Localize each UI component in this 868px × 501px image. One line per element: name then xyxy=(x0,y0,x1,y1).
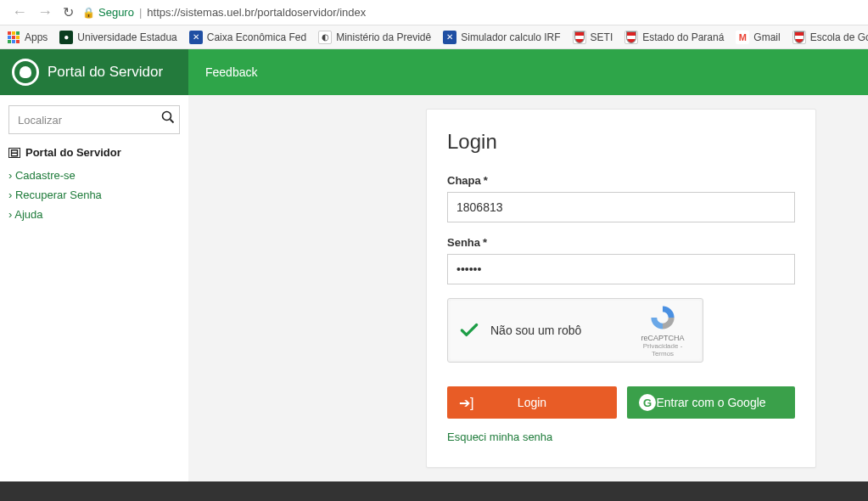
search-icon[interactable] xyxy=(161,110,175,127)
feedback-link[interactable]: Feedback xyxy=(205,65,257,79)
reload-icon[interactable]: ↻ xyxy=(58,4,82,20)
main-content: Login Chapa* Senha* Não sou um robô xyxy=(188,95,868,481)
sidebar-heading-label: Portal do Servidor xyxy=(25,146,121,159)
bookmark-item[interactable]: ● Universidade Estadua xyxy=(59,31,176,44)
brand-area[interactable]: Portal do Servidor xyxy=(0,49,188,95)
bookmark-icon: ◐ xyxy=(318,31,332,44)
browser-address-bar: ← → ↻ 🔒 Seguro | https://sistemas.uel.br… xyxy=(0,0,868,25)
login-card: Login Chapa* Senha* Não sou um robô xyxy=(426,109,816,468)
bookmark-label: Universidade Estadua xyxy=(77,31,176,43)
recaptcha-terms[interactable]: Privacidade - Termos xyxy=(633,342,692,357)
recaptcha-widget[interactable]: Não sou um robô reCAPTCHA Privacidade - … xyxy=(447,298,703,363)
secure-label: Seguro xyxy=(98,6,134,19)
collapse-icon: ⊟ xyxy=(8,148,20,158)
forward-icon[interactable]: → xyxy=(32,3,58,21)
sidebar-heading[interactable]: ⊟ Portal do Servidor xyxy=(8,146,180,159)
forgot-password-link[interactable]: Esqueci minha senha xyxy=(447,431,795,443)
lock-icon: 🔒 xyxy=(82,7,95,19)
senha-label: Senha* xyxy=(447,236,795,249)
login-button-label: Login xyxy=(518,396,546,409)
bookmark-item[interactable]: Escola de Governo xyxy=(792,31,868,44)
recaptcha-label: Não sou um robô xyxy=(490,324,633,337)
back-icon[interactable]: ← xyxy=(7,3,32,21)
recaptcha-brand: reCAPTCHA xyxy=(633,334,692,342)
bookmark-icon xyxy=(573,31,586,44)
search-input[interactable] xyxy=(8,105,180,134)
topbar: Portal do Servidor Feedback xyxy=(0,49,868,95)
bookmark-label: Ministério da Previdê xyxy=(336,31,431,43)
recaptcha-check-icon xyxy=(458,319,480,341)
bookmark-label: Gmail xyxy=(753,31,780,43)
footer-strip xyxy=(0,481,868,501)
bookmark-icon xyxy=(792,31,806,44)
bookmark-icon: ✕ xyxy=(443,31,456,44)
topbar-right: Feedback xyxy=(188,49,868,95)
bookmark-item[interactable]: ◐ Ministério da Previdê xyxy=(318,31,431,44)
bookmark-item[interactable]: Estado do Paraná xyxy=(624,31,724,44)
bookmark-label: Estado do Paraná xyxy=(642,31,724,43)
google-login-button[interactable]: G Entrar com o Google xyxy=(627,386,795,419)
url-text: https://sistemas.uel.br/portaldoservidor… xyxy=(147,6,366,19)
google-icon: G xyxy=(639,394,656,411)
bookmark-item[interactable]: ✕ Caixa Econômica Fed xyxy=(189,31,306,44)
recaptcha-logo-icon xyxy=(648,303,677,332)
bookmark-label: Apps xyxy=(25,31,48,43)
sidebar-link-ajuda[interactable]: Ajuda xyxy=(8,208,180,221)
url-divider: | xyxy=(139,6,142,19)
sidebar-link-cadastre[interactable]: Cadastre-se xyxy=(8,169,180,182)
bookmark-item[interactable]: SETI xyxy=(573,31,613,44)
login-arrow-icon: ➔] xyxy=(459,395,473,411)
bookmark-label: Simulador calculo IRF xyxy=(461,31,560,43)
bookmark-label: Escola de Governo xyxy=(810,31,868,43)
bookmark-icon: ● xyxy=(59,31,73,44)
svg-point-0 xyxy=(163,112,171,121)
bookmark-item[interactable]: M Gmail xyxy=(736,31,780,44)
senha-input[interactable] xyxy=(447,254,795,284)
bookmark-bar: Apps ● Universidade Estadua ✕ Caixa Econ… xyxy=(0,25,868,49)
bookmark-icon: ✕ xyxy=(189,31,203,44)
chapa-label: Chapa* xyxy=(447,174,795,187)
bookmark-item[interactable]: ✕ Simulador calculo IRF xyxy=(443,31,560,44)
bookmark-label: Caixa Econômica Fed xyxy=(207,31,306,43)
login-button[interactable]: ➔] Login xyxy=(447,386,617,419)
google-button-label: Entrar com o Google xyxy=(656,396,765,409)
chapa-input[interactable] xyxy=(447,192,795,222)
url-field[interactable]: 🔒 Seguro | https://sistemas.uel.br/porta… xyxy=(82,3,861,22)
brand-logo-icon xyxy=(12,59,39,86)
sidebar-link-recuperar[interactable]: Recuperar Senha xyxy=(8,189,180,201)
svg-line-1 xyxy=(171,120,174,123)
bookmark-icon: M xyxy=(736,31,749,44)
apps-icon xyxy=(7,31,20,44)
brand-title: Portal do Servidor xyxy=(48,64,163,81)
bookmark-apps[interactable]: Apps xyxy=(7,31,48,44)
sidebar: ⊟ Portal do Servidor Cadastre-se Recuper… xyxy=(0,95,188,481)
login-title: Login xyxy=(447,130,795,154)
bookmark-label: SETI xyxy=(591,31,613,43)
bookmark-icon xyxy=(624,31,638,44)
